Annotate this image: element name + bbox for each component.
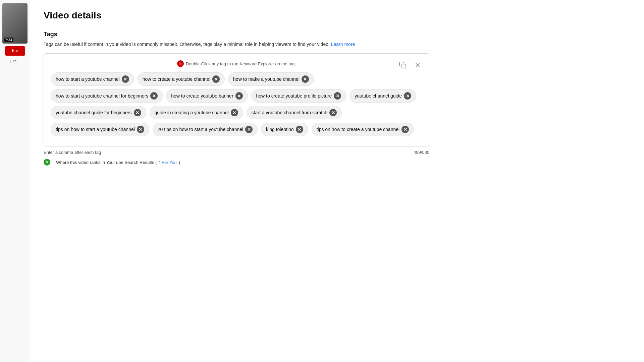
tag-pill: how to create youtube banner ✕ [166,89,248,103]
main-content: Video details Tags Tags can be useful if… [30,0,644,362]
tags-box: b Double-Click any tag to run Keyword Ex… [44,53,429,146]
tag-pill: tips on how to create a youtube channel … [312,123,414,136]
tags-input-hint: Enter a comma after each tag [44,150,101,155]
tag-label: king tolentino [266,127,294,132]
tag-pill: tips on how to start a youtube channel ✕ [51,123,149,136]
rank-icon: ✕ [44,159,50,166]
tag-label: how to start a youtube channel for begin… [56,93,148,99]
left-panel: 7:34 b v | Th... [0,0,30,362]
tag-label: how to create youtube banner [171,93,233,99]
tag-pill: youtube channel guide for beginners ✕ [51,106,146,119]
tag-pill: youtube channel guide ✕ [350,89,416,103]
tag-pill: start a youtube channel from scratch ✕ [247,106,342,119]
tag-label: how to start a youtube channel [56,76,120,82]
tag-pill: how to create youtube profile picture ✕ [251,89,346,103]
tag-label: start a youtube channel from scratch [252,110,327,115]
tag-remove-button[interactable]: ✕ [231,109,238,116]
tag-remove-button[interactable]: ✕ [134,109,141,116]
learn-more-link[interactable]: Learn more [331,42,355,47]
tag-pill: guide in creating a youtube channel ✕ [150,106,243,119]
tags-section: Tags Tags can be useful if content in yo… [44,31,631,166]
tag-label: tips on how to start a youtube channel [56,127,135,132]
video-title-small: | Th... [9,58,21,64]
tag-remove-button[interactable]: ✕ [122,75,129,83]
rank-info-row: ✕ = Where this video ranks in YouTube Se… [44,159,631,166]
video-duration: 7:34 [4,38,13,42]
channel-button[interactable]: b v [5,46,25,56]
video-thumbnail: 7:34 [2,3,28,44]
tag-pill: how to make a youtube channel ✕ [228,72,314,86]
copy-tags-button[interactable] [397,59,409,71]
for-you-link[interactable]: * For You [159,160,177,165]
tags-grid: how to start a youtube channel ✕ how to … [51,72,422,139]
keyword-explorer-hint: b Double-Click any tag to run Keyword Ex… [51,60,422,67]
tag-remove-button[interactable]: ✕ [150,92,158,100]
tag-pill: how to start a youtube channel ✕ [51,72,134,86]
hint-icon: b [177,60,184,67]
tag-label: youtube channel guide for beginners [56,110,132,115]
hint-text: Double-Click any tag to run Keyword Expl… [186,61,296,66]
tag-remove-button[interactable]: ✕ [401,126,409,133]
tag-remove-button[interactable]: ✕ [235,92,243,100]
tags-char-count: 499/500 [414,150,429,155]
tag-pill: king tolentino ✕ [261,123,308,136]
tag-remove-button[interactable]: ✕ [245,126,253,133]
page-wrapper: 7:34 b v | Th... Video details Tags Tags… [0,0,644,362]
box-actions [397,59,424,71]
tag-remove-button[interactable]: ✕ [404,92,411,100]
tag-remove-button[interactable]: ✕ [334,92,341,100]
svg-rect-0 [402,64,406,68]
tag-remove-button[interactable]: ✕ [302,75,309,83]
tag-label: youtube channel guide [355,93,402,99]
tag-pill: how to start a youtube channel for begin… [51,89,163,103]
section-title: Tags [44,31,631,38]
tag-label: how to make a youtube channel [233,76,300,82]
tag-label: tips on how to create a youtube channel [317,127,400,132]
rank-info-suffix: ) [179,160,180,165]
rank-info-prefix: = Where this video ranks in YouTube Sear… [52,160,157,165]
close-tags-button[interactable] [412,59,424,71]
tag-pill: how to create a youtube channel ✕ [138,72,225,86]
tag-remove-button[interactable]: ✕ [329,109,337,116]
tag-remove-button[interactable]: ✕ [212,75,220,83]
tag-remove-button[interactable]: ✕ [296,126,303,133]
tag-label: 20 tips on how to start a youtube channe… [158,127,243,132]
tags-description: Tags can be useful if content in your vi… [44,41,413,48]
tags-input-row: Enter a comma after each tag 499/500 [44,150,429,155]
tag-label: how to create a youtube channel [143,76,210,82]
tag-remove-button[interactable]: ✕ [137,126,144,133]
description-text: Tags can be useful if content in your vi… [44,42,330,47]
tag-label: guide in creating a youtube channel [155,110,229,115]
tag-pill: 20 tips on how to start a youtube channe… [153,123,258,136]
tag-label: how to create youtube profile picture [256,93,332,99]
page-title: Video details [44,10,631,21]
